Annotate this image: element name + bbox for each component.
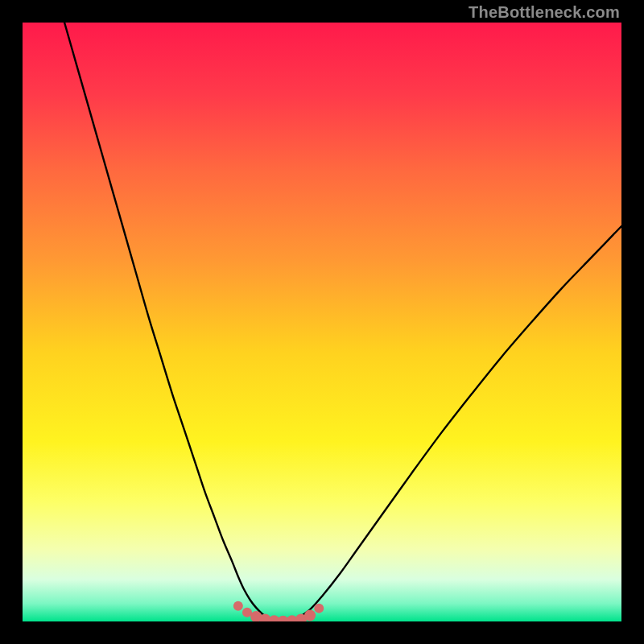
bottleneck-curve: [64, 23, 621, 621]
trough-dot: [233, 601, 243, 611]
trough-markers: [233, 601, 324, 621]
chart-frame: TheBottleneck.com: [0, 0, 644, 644]
watermark-text: TheBottleneck.com: [469, 3, 620, 22]
curve-layer: [23, 23, 621, 621]
trough-dot: [242, 608, 252, 617]
trough-dot: [304, 610, 316, 621]
trough-dot: [314, 604, 324, 613]
plot-area: [23, 23, 621, 621]
